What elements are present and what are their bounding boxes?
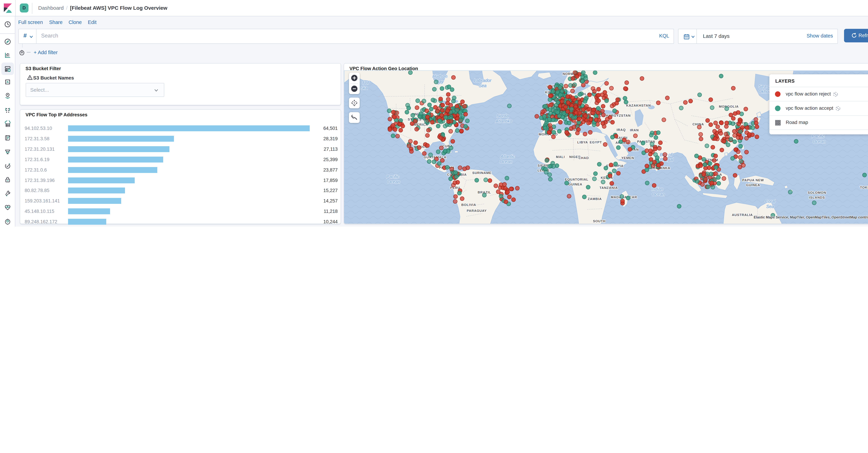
svg-text:Atlantic: Atlantic — [500, 154, 515, 159]
svg-text:SURINAME: SURINAME — [472, 171, 492, 175]
svg-text:Norda: Norda — [497, 113, 508, 118]
svg-text:KAZAKHSTAN: KAZAKHSTAN — [626, 104, 651, 107]
svg-text:Ocean: Ocean — [812, 139, 825, 144]
svg-text:GUINEA: GUINEA — [746, 183, 760, 187]
svg-text:Atlantiko: Atlantiko — [495, 119, 512, 123]
svg-text:SOLOMON: SOLOMON — [808, 191, 826, 194]
svg-text:LIBYA: LIBYA — [577, 141, 588, 144]
svg-text:IRAN: IRAN — [630, 128, 639, 132]
svg-text:Labrador: Labrador — [474, 78, 492, 83]
svg-text:TOKELAU: TOKELAU — [860, 186, 868, 189]
svg-text:SOUTH: SOUTH — [593, 219, 606, 223]
svg-text:Pacific: Pacific — [386, 174, 399, 179]
svg-text:Sea: Sea — [478, 83, 487, 88]
svg-text:Sea: Sea — [766, 204, 774, 209]
svg-text:MALI: MALI — [556, 155, 564, 159]
svg-text:ISLANDS: ISLANDS — [809, 196, 825, 199]
svg-text:YEMEN: YEMEN — [621, 156, 634, 160]
svg-text:Pacific: Pacific — [811, 134, 824, 139]
svg-text:BOLIVIA: BOLIVIA — [461, 203, 476, 207]
svg-text:MONGOLIA: MONGOLIA — [719, 105, 739, 108]
svg-text:CHAD: CHAD — [578, 156, 589, 160]
svg-text:Coral: Coral — [765, 199, 775, 204]
svg-text:f of: f of — [363, 81, 369, 85]
svg-text:AUSTRALIA: AUSTRALIA — [732, 213, 753, 217]
svg-text:PARAGUAY: PARAGUAY — [466, 209, 487, 213]
svg-text:ZAMBIA: ZAMBIA — [587, 197, 601, 201]
svg-text:PAPUA NEW: PAPUA NEW — [742, 178, 764, 182]
svg-text:EGYPT: EGYPT — [590, 141, 602, 144]
svg-text:GUINEA: GUINEA — [568, 182, 582, 186]
svg-text:IRAQ: IRAQ — [616, 128, 625, 131]
svg-text:ska: ska — [361, 86, 368, 90]
svg-text:Hudson: Hudson — [432, 74, 447, 79]
svg-text:Ocean: Ocean — [499, 159, 512, 164]
svg-text:TANZANIA: TANZANIA — [599, 186, 618, 190]
svg-text:Ocean: Ocean — [652, 192, 664, 197]
svg-text:EQUATORIAL: EQUATORIAL — [565, 178, 588, 181]
svg-text:Ocean: Ocean — [387, 179, 400, 184]
